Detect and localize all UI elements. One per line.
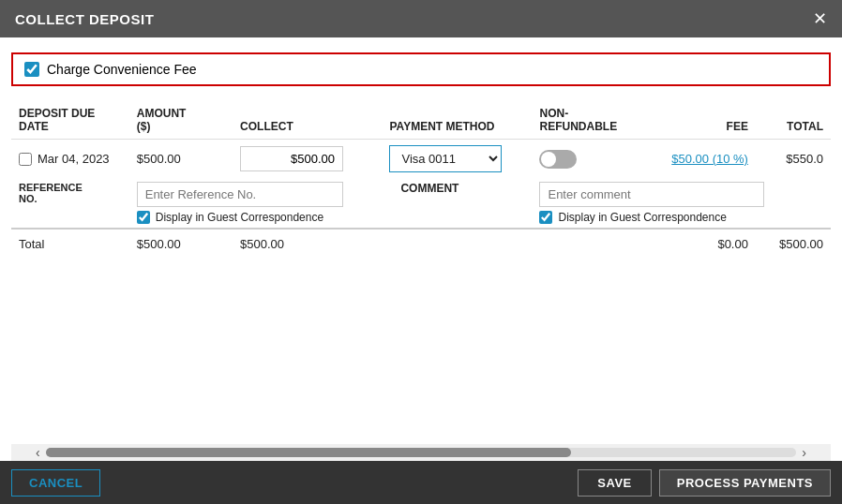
modal-title: COLLECT DEPOSIT	[15, 11, 154, 27]
total-fee: $0.00	[638, 229, 756, 259]
comment-input[interactable]	[539, 182, 764, 207]
total-amount: $500.00	[129, 229, 233, 259]
cell-amount: $500.00	[129, 140, 233, 179]
total-payment	[382, 229, 532, 259]
cell-deposit-date: Mar 04, 2023	[11, 140, 129, 179]
cell-non-refundable	[532, 140, 638, 179]
col-header-fee: FEE	[638, 101, 756, 140]
fee-link[interactable]: $50.00 (10 %)	[671, 152, 748, 166]
deposit-table: DEPOSIT DUEDATE AMOUNT($) COLLECT PAYMEN…	[11, 101, 831, 259]
col-header-payment-method: PAYMENT METHOD	[382, 101, 532, 140]
scroll-right-arrow[interactable]: ›	[796, 445, 812, 460]
comment-display-label: Display in Guest Correspondence	[558, 211, 726, 224]
modal-footer: CANCEL SAVE PROCESS PAYMENTS	[0, 461, 842, 504]
save-button[interactable]: SAVE	[578, 469, 651, 497]
cell-reference-input: Display in Guest Correspondence	[129, 178, 383, 229]
process-payments-button[interactable]: PROCESS PAYMENTS	[659, 469, 831, 497]
cell-total: $550.0	[756, 140, 831, 179]
cell-payment-method: Visa 0011	[382, 140, 532, 179]
payment-method-select[interactable]: Visa 0011	[389, 145, 502, 172]
table-row: Mar 04, 2023 $500.00 Visa 0011	[11, 140, 831, 179]
deposit-date-value: Mar 04, 2023	[38, 152, 110, 166]
close-button[interactable]: ✕	[813, 10, 827, 27]
cell-reference-label: REFERENCENO.	[11, 178, 129, 229]
cell-collect	[233, 140, 382, 179]
col-header-total: TOTAL	[756, 101, 831, 140]
convenience-fee-section: Charge Convenience Fee	[11, 52, 831, 86]
ref-display-checkbox[interactable]	[137, 211, 150, 224]
modal-header: COLLECT DEPOSIT ✕	[0, 0, 842, 37]
scrollbar-thumb[interactable]	[46, 448, 571, 457]
reference-comment-row: REFERENCENO. Display in Guest Correspond…	[11, 178, 831, 229]
collect-input[interactable]	[240, 146, 343, 171]
footer-left: CANCEL	[11, 469, 100, 497]
convenience-fee-label: Charge Convenience Fee	[47, 62, 197, 77]
total-total: $500.00	[756, 229, 831, 259]
footer-right: SAVE PROCESS PAYMENTS	[578, 469, 831, 497]
scrollbar-container: ‹ ›	[11, 444, 831, 461]
reference-input[interactable]	[137, 182, 343, 207]
total-collect: $500.00	[233, 229, 382, 259]
deposit-row-checkbox[interactable]	[19, 153, 32, 166]
modal-body: Charge Convenience Fee DEPOSIT DUEDATE A…	[0, 37, 842, 461]
col-header-deposit-due-date: DEPOSIT DUEDATE	[11, 101, 129, 140]
comment-display-checkbox[interactable]	[539, 211, 552, 224]
cell-fee: $50.00 (10 %)	[638, 140, 756, 179]
ref-display-label: Display in Guest Correspondence	[156, 211, 323, 224]
total-nonref	[532, 229, 638, 259]
cell-comment-input: Display in Guest Correspondence	[532, 178, 831, 229]
cell-comment-label: COMMENT	[382, 178, 532, 229]
col-header-amount: AMOUNT($)	[129, 101, 233, 140]
col-header-collect: COLLECT	[233, 101, 382, 140]
total-label: Total	[11, 229, 129, 259]
table-area: DEPOSIT DUEDATE AMOUNT($) COLLECT PAYMEN…	[11, 101, 831, 438]
non-refundable-toggle[interactable]	[539, 150, 577, 169]
collect-deposit-modal: COLLECT DEPOSIT ✕ Charge Convenience Fee…	[0, 0, 842, 504]
scrollbar-track[interactable]	[46, 448, 797, 457]
convenience-fee-checkbox[interactable]	[24, 62, 39, 77]
scroll-left-arrow[interactable]: ‹	[30, 445, 46, 460]
cancel-button[interactable]: CANCEL	[11, 469, 100, 497]
total-row: Total $500.00 $500.00 $0.00 $500.00	[11, 229, 831, 259]
col-header-non-refundable: NON-REFUNDABLE	[532, 101, 638, 140]
